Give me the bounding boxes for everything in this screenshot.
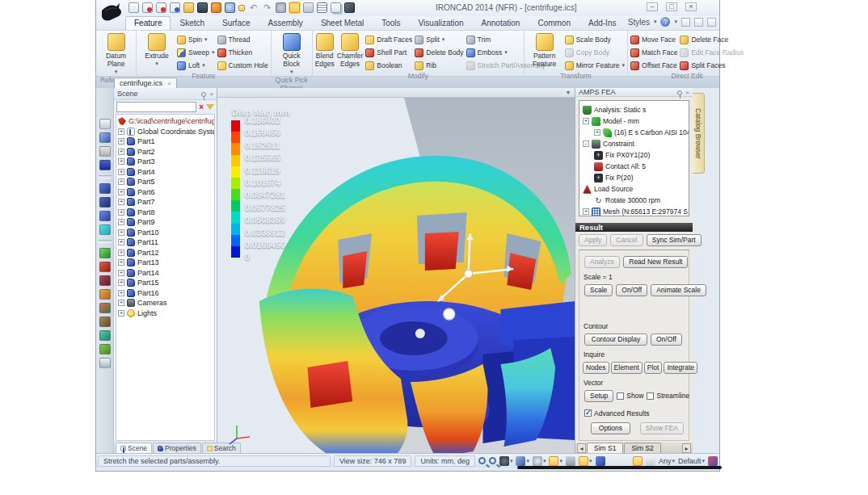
red-catalog-icon[interactable]	[99, 262, 111, 272]
document-tab[interactable]: centrifuge.ics×	[114, 78, 177, 88]
tree-item-part13[interactable]: +Part13	[118, 258, 214, 268]
expander-icon[interactable]: +	[118, 158, 124, 165]
tab-sheet-metal[interactable]: Sheet Metal	[312, 16, 373, 30]
sync-ball-icon[interactable]	[211, 2, 221, 13]
element-button[interactable]: Element	[611, 362, 643, 374]
cancel-button[interactable]: Cancel	[610, 234, 643, 246]
orbit-dropdown[interactable]: ▾	[533, 456, 546, 466]
expander-icon[interactable]: +	[118, 209, 124, 216]
open-red-icon[interactable]	[142, 2, 153, 13]
scale-body-button[interactable]: Scale Body	[565, 34, 625, 45]
shell-part-button[interactable]: Shell Part	[365, 47, 412, 58]
expander-icon[interactable]: +	[118, 128, 124, 135]
vector-setup-button[interactable]: Setup	[584, 390, 613, 402]
settings-icon[interactable]	[276, 2, 286, 13]
pick-arrow-icon[interactable]	[646, 456, 655, 466]
expander-icon[interactable]: +	[594, 129, 600, 136]
delete-face-button[interactable]: Delete Face	[680, 34, 744, 45]
tree-item-part16[interactable]: +Part16	[118, 288, 214, 299]
blend-edges-button[interactable]: Blend Edges	[315, 31, 335, 69]
datum-plane-button[interactable]: Datum Plane▾	[99, 31, 133, 75]
maroon-catalog-icon[interactable]	[99, 275, 111, 286]
expander-icon[interactable]: -	[583, 141, 589, 147]
tree-item-part10[interactable]: +Part10	[118, 228, 214, 238]
expander-icon[interactable]: +	[118, 219, 124, 225]
tree-item-part11[interactable]: +Part11	[118, 237, 214, 248]
contour-onoff-button[interactable]: On/Off	[651, 333, 682, 346]
rib-button[interactable]: Rib	[415, 60, 463, 71]
tree-item-part14[interactable]: +Part14	[118, 268, 214, 279]
quick-block-button[interactable]: Quick Block▾	[274, 31, 310, 75]
tab-sim-s1[interactable]: Sim S1	[587, 443, 623, 453]
render-active-icon[interactable]	[289, 2, 300, 13]
shading-dropdown[interactable]: ▾	[516, 456, 529, 466]
tree-item-part2[interactable]: +Part2	[118, 147, 214, 157]
scale-button[interactable]: Scale	[584, 284, 613, 296]
expander-icon[interactable]: +	[583, 208, 589, 215]
selection-filter-dropdown[interactable]: Any▾	[659, 457, 675, 465]
render-dropdown[interactable]: ▾	[549, 456, 563, 466]
tools-catalog-icon[interactable]	[99, 132, 111, 143]
tab-annotation[interactable]: Annotation	[473, 16, 529, 30]
panel-icon[interactable]	[694, 18, 703, 27]
tree-item-part6[interactable]: +Part6	[118, 187, 214, 198]
expander-icon[interactable]: +	[118, 270, 124, 276]
styles-dropdown[interactable]: Styles	[628, 18, 650, 27]
tab-common[interactable]: Common	[529, 16, 579, 30]
filter-funnel-icon[interactable]	[206, 104, 214, 110]
minimize-button[interactable]: –	[647, 2, 658, 11]
tab-assembly[interactable]: Assembly	[259, 16, 312, 30]
fea-contact[interactable]: Contact All: 5	[583, 161, 689, 172]
tree-item-part12[interactable]: +Part12	[118, 248, 214, 258]
offset-face-button[interactable]: Offset Face	[630, 60, 677, 71]
redo-icon[interactable]: ↷	[262, 2, 272, 13]
fea-fix2[interactable]: Fix P(20)	[583, 172, 689, 183]
green-catalog-icon[interactable]	[99, 248, 111, 258]
tree-item-part3[interactable]: +Part3	[118, 157, 214, 167]
contour-display-button[interactable]: Contour Display	[584, 333, 647, 346]
fea-constraint[interactable]: -Constraint	[583, 138, 689, 149]
spin-button[interactable]: Spin▾	[177, 34, 215, 45]
show-checkbox[interactable]	[617, 392, 624, 400]
box-icon[interactable]	[344, 2, 355, 13]
sim-tabs-right-icon[interactable]: ▸	[682, 443, 691, 453]
tab-scene[interactable]: Scene	[116, 443, 152, 453]
book-catalog-icon[interactable]	[99, 160, 111, 170]
viewport-menu-arrow-icon[interactable]: ▾	[567, 89, 570, 96]
tree-item-part5[interactable]: +Part5	[118, 177, 214, 187]
expander-icon[interactable]: +	[583, 118, 589, 124]
scale-onoff-button[interactable]: On/Off	[616, 284, 647, 296]
custom-hole-button[interactable]: Custom Hole	[217, 60, 268, 71]
render-style-dropdown[interactable]: Default▾	[678, 457, 705, 465]
close-panel-icon[interactable]: ×	[685, 89, 689, 96]
tab-properties[interactable]: Properties	[153, 443, 201, 453]
fea-material[interactable]: +(16) E s Carbon AISI 1040 Anneale	[583, 127, 689, 138]
streamline-checkbox-row[interactable]: Streamline	[647, 392, 689, 400]
tree-root[interactable]: G:\icad\centrifuge\centrifuge.ics	[118, 116, 214, 127]
copy-body-button[interactable]: Copy Body	[565, 47, 625, 58]
green2-catalog-icon[interactable]	[99, 344, 111, 354]
expander-icon[interactable]: +	[118, 169, 124, 175]
chamfer-edges-button[interactable]: Chamfer Edges	[337, 31, 364, 69]
options-button[interactable]: Options	[591, 422, 630, 434]
tab-tools[interactable]: Tools	[373, 16, 409, 30]
fea-model[interactable]: +Model - mm	[583, 115, 689, 127]
sphere-catalog-icon[interactable]	[99, 211, 111, 221]
table-icon[interactable]	[317, 2, 327, 13]
loft-button[interactable]: Loft▾	[177, 60, 215, 71]
annotate-pen-icon[interactable]	[596, 456, 605, 466]
mixed-catalog-icon[interactable]	[99, 303, 111, 313]
tree-item-part4[interactable]: +Part4	[118, 167, 214, 178]
streamline-checkbox[interactable]	[647, 392, 654, 400]
extrude-button[interactable]: Extrude▾	[139, 31, 175, 67]
tree-item-gcs[interactable]: +Global Coordinate System	[118, 127, 214, 137]
mirror-feature-button[interactable]: Mirror Feature▾	[565, 60, 625, 71]
expander-icon[interactable]: +	[118, 199, 124, 205]
scene-filter-input[interactable]	[116, 102, 196, 112]
import-blue-icon[interactable]	[170, 2, 180, 13]
read-new-result-button[interactable]: Read New Result	[623, 256, 688, 268]
thread-button[interactable]: Thread	[217, 34, 268, 45]
window-catalog-icon[interactable]	[99, 358, 111, 368]
sweep-button[interactable]: Sweep▾	[177, 47, 215, 58]
advanced-results-checkbox[interactable]	[584, 409, 592, 417]
